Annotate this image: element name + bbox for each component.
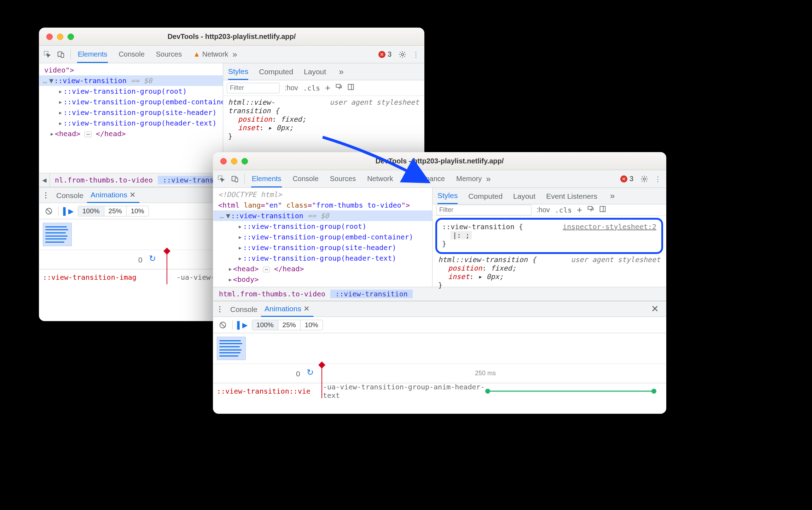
minimize-icon[interactable] <box>57 34 63 40</box>
speed-toggle[interactable]: 100% 25% 10% <box>252 320 323 330</box>
dom-node[interactable]: ▸::view-transition-group(root) <box>213 221 432 232</box>
disclosure-triangle-icon[interactable]: ▼ <box>49 76 54 85</box>
hov-toggle[interactable]: :hov <box>536 206 550 214</box>
tab-sources[interactable]: Sources <box>329 170 356 187</box>
tab-performance[interactable]: Performance <box>404 170 446 187</box>
animation-group-thumb[interactable] <box>43 223 72 246</box>
dom-node[interactable]: ▸<head> ⋯ </head> <box>213 263 432 274</box>
speed-toggle[interactable]: 100% 25% 10% <box>78 206 149 216</box>
replay-icon[interactable]: ↻ <box>149 254 156 263</box>
speed-100[interactable]: 100% <box>78 206 104 216</box>
paint-icon[interactable] <box>587 205 594 214</box>
elements-tree[interactable]: <!DOCTYPE html> <html lang="en" class="f… <box>213 188 433 287</box>
more-tabs-icon[interactable]: » <box>337 67 346 77</box>
tab-computed[interactable]: Computed <box>468 189 503 204</box>
tab-console[interactable]: Console <box>292 170 319 187</box>
play-icon[interactable]: ▌▶ <box>236 319 248 331</box>
settings-icon[interactable] <box>638 173 650 185</box>
rule-selector[interactable]: ::view-transition { <box>442 222 523 231</box>
kebab-menu-icon[interactable]: ⋮ <box>42 191 53 199</box>
tab-network[interactable]: Network <box>366 170 394 187</box>
close-icon[interactable] <box>46 34 53 40</box>
dom-node-selected[interactable]: …▼::view-transition == $0 <box>213 210 432 221</box>
breadcrumb-item[interactable]: html.from-thumbs.to-video <box>213 290 330 298</box>
drawer-tab-console[interactable]: Console <box>53 188 87 203</box>
more-tabs-icon[interactable]: » <box>484 174 493 184</box>
tab-network[interactable]: ▲Network <box>192 46 229 63</box>
dom-node[interactable]: ▸::view-transition-group(header-text) <box>213 253 432 263</box>
minimize-icon[interactable] <box>231 158 237 164</box>
close-tab-icon[interactable]: ✕ <box>129 191 136 199</box>
inspect-icon[interactable] <box>41 48 53 60</box>
elements-tree[interactable]: video"> …▼::view-transition == $0 ▸::vie… <box>39 63 223 173</box>
cls-toggle[interactable]: .cls <box>555 206 572 214</box>
track-bar[interactable] <box>488 383 666 399</box>
panel-toggle-icon[interactable] <box>599 205 606 214</box>
device-toggle-icon[interactable] <box>55 48 67 60</box>
disclosure-triangle-icon[interactable]: ▼ <box>226 211 231 220</box>
css-prop[interactable]: position <box>448 264 482 272</box>
tab-layout[interactable]: Layout <box>513 189 535 204</box>
new-rule-icon[interactable]: + <box>577 204 582 215</box>
animation-group-thumb[interactable] <box>217 337 246 360</box>
close-icon[interactable] <box>220 158 227 164</box>
drawer-tab-animations[interactable]: Animations ✕ <box>87 187 139 203</box>
dom-node-selected[interactable]: …▼::view-transition == $0 <box>39 75 223 86</box>
more-tabs-icon[interactable]: » <box>230 50 239 59</box>
drawer-tab-console[interactable]: Console <box>227 302 261 317</box>
speed-10[interactable]: 10% <box>127 206 149 216</box>
speed-25[interactable]: 25% <box>278 320 301 330</box>
device-toggle-icon[interactable] <box>229 173 241 185</box>
ellipsis-icon[interactable]: ⋯ <box>85 132 92 137</box>
maximize-icon[interactable] <box>68 34 74 40</box>
styles-rules[interactable]: user agent stylesheethtml::view-transiti… <box>223 96 424 143</box>
breadcrumb-item[interactable]: nl.from-thumbs.to-video <box>50 176 158 184</box>
inspector-stylesheet-rule[interactable]: inspector-stylesheet:2::view-transition … <box>435 218 663 254</box>
replay-icon[interactable]: ↻ <box>307 367 314 377</box>
dom-node[interactable]: ▸::view-transition-group(root) <box>39 86 223 97</box>
more-tabs-icon[interactable]: » <box>608 191 617 201</box>
dom-node[interactable]: <html lang="en" class="from-thumbs to-vi… <box>213 200 432 210</box>
tab-event-listeners[interactable]: Event Listeners <box>546 189 597 204</box>
rule-source-link[interactable]: inspector-stylesheet:2 <box>563 222 656 231</box>
kebab-menu-icon[interactable]: ⋮ <box>410 48 422 60</box>
window-titlebar[interactable]: DevTools - http203-playlist.netlify.app/ <box>213 152 666 170</box>
drawer-close-icon[interactable]: ✕ <box>651 303 663 314</box>
animation-timeline-ruler[interactable]: 0 ↻ 250 ms <box>213 364 666 383</box>
clear-icon[interactable] <box>217 319 229 331</box>
styles-rules[interactable]: inspector-stylesheet:2::view-transition … <box>433 216 666 291</box>
tab-layout[interactable]: Layout <box>304 64 326 79</box>
speed-100[interactable]: 100% <box>252 320 278 330</box>
cls-toggle[interactable]: .cls <box>303 84 320 92</box>
styles-filter-input[interactable] <box>436 205 532 215</box>
settings-icon[interactable] <box>396 48 408 60</box>
dom-node[interactable]: ▸::view-transition-group(embed-container… <box>39 97 223 107</box>
kebab-menu-icon[interactable]: ⋮ <box>216 305 227 313</box>
error-badge[interactable]: ✕ 3 <box>378 50 392 58</box>
animation-track[interactable]: ::view-transition::vie -ua-view-transiti… <box>213 383 666 399</box>
breadcrumb-left-icon[interactable]: ◀ <box>39 173 50 187</box>
tab-elements[interactable]: Elements <box>77 46 108 63</box>
new-rule-icon[interactable]: + <box>325 82 330 93</box>
tab-styles[interactable]: Styles <box>228 64 248 80</box>
speed-25[interactable]: 25% <box>104 206 127 216</box>
tab-computed[interactable]: Computed <box>259 64 293 79</box>
clear-icon[interactable] <box>43 205 55 217</box>
dom-node[interactable]: ▸<body> <box>213 274 432 285</box>
styles-filter-input[interactable] <box>227 83 280 93</box>
close-tab-icon[interactable]: ✕ <box>303 305 310 313</box>
maximize-icon[interactable] <box>242 158 248 164</box>
panel-toggle-icon[interactable] <box>347 83 354 92</box>
css-prop[interactable]: position <box>238 115 272 123</box>
error-badge[interactable]: ✕ 3 <box>620 175 633 183</box>
play-icon[interactable]: ▌▶ <box>62 205 74 217</box>
inspect-icon[interactable] <box>215 173 227 185</box>
dom-node[interactable]: ▸::view-transition-group(header-text) <box>39 118 223 128</box>
rule-source[interactable]: user agent stylesheet <box>571 255 660 264</box>
css-prop[interactable]: inset <box>238 123 259 132</box>
dom-node[interactable]: ▸<head> ⋯ </head> <box>39 128 223 139</box>
kebab-menu-icon[interactable]: ⋮ <box>652 173 664 185</box>
tab-memory[interactable]: Memory <box>456 170 482 187</box>
playhead-icon[interactable] <box>167 250 167 284</box>
tab-sources[interactable]: Sources <box>155 46 182 63</box>
